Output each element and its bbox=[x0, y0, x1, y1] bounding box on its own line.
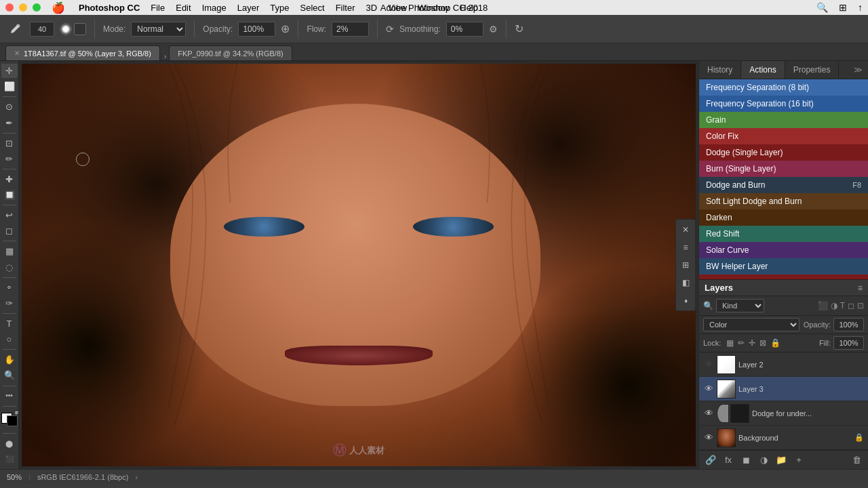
mini-palette-close[interactable]: ✕ bbox=[678, 222, 693, 237]
status-more-icon[interactable]: › bbox=[135, 473, 138, 481]
mini-palette-list[interactable]: ≡ bbox=[678, 240, 693, 255]
lasso-tool[interactable]: ⊙ bbox=[1, 100, 18, 114]
screen-mode-icon[interactable]: ⬛ bbox=[1, 452, 18, 466]
action-dodge-single[interactable]: Dodge (Single Layer) bbox=[699, 144, 868, 161]
gear-icon[interactable]: ⚙ bbox=[489, 24, 498, 35]
eraser-tool[interactable]: ◻ bbox=[1, 224, 18, 238]
action-freq-sep-16bit[interactable]: Frequency Separation (16 bit) bbox=[699, 96, 868, 112]
grid-icon[interactable]: ⊞ bbox=[839, 2, 847, 13]
menu-select[interactable]: Select bbox=[300, 3, 324, 13]
layers-mode-select[interactable]: Color Normal Multiply Screen Overlay Sof… bbox=[703, 318, 800, 331]
share-icon[interactable]: ↑ bbox=[858, 2, 863, 13]
tab-history[interactable]: History bbox=[699, 61, 741, 79]
close-button[interactable] bbox=[5, 3, 14, 12]
layer-link-icon[interactable]: 🔗 bbox=[703, 453, 718, 468]
menu-layer[interactable]: Layer bbox=[237, 3, 260, 13]
action-darken[interactable]: Darken bbox=[699, 209, 868, 226]
dodge-tool[interactable]: ⚬ bbox=[1, 281, 18, 295]
layer-row-bg[interactable]: 👁 Background 🔒 bbox=[699, 426, 868, 450]
menu-file[interactable]: File bbox=[151, 3, 165, 13]
fill-input[interactable] bbox=[833, 336, 864, 350]
mini-palette-grid[interactable]: ⊞ bbox=[678, 258, 693, 272]
quick-mask-icon[interactable]: ⬤ bbox=[1, 436, 18, 451]
brush-size-input[interactable] bbox=[30, 22, 54, 37]
mini-palette-adjust1[interactable]: ◧ bbox=[678, 275, 693, 290]
layer-row-2[interactable]: 👁 Layer 2 bbox=[699, 352, 868, 377]
flow-value[interactable]: 2% bbox=[332, 22, 369, 37]
action-burn-single[interactable]: Burn (Single Layer) bbox=[699, 161, 868, 177]
pen-path-tool[interactable]: ✑ bbox=[1, 296, 18, 310]
brush-type-soft[interactable] bbox=[60, 23, 72, 35]
airbrush-icon[interactable]: ⊕ bbox=[281, 22, 290, 35]
action-bw-helper[interactable]: BW Helper Layer bbox=[699, 258, 868, 274]
tab-active-document[interactable]: ✕ 1T8A1367.tif @ 50% (Layer 3, RGB/8) bbox=[5, 45, 160, 60]
layer-vis-icon-dodge[interactable]: 👁 bbox=[703, 408, 714, 419]
healing-tool[interactable]: ✚ bbox=[1, 172, 18, 186]
layer-vis-icon-2[interactable]: 👁 bbox=[703, 359, 714, 370]
filter-smart-icon[interactable]: ⊡ bbox=[857, 301, 864, 310]
filter-pixel-icon[interactable]: ⬛ bbox=[818, 301, 828, 310]
action-grain[interactable]: Grain bbox=[699, 112, 868, 128]
smoothing-value[interactable]: 0% bbox=[446, 22, 484, 37]
blur-tool[interactable]: ◌ bbox=[1, 260, 18, 274]
canvas-image[interactable]: Ⓜ 人人素材 bbox=[22, 64, 696, 466]
mini-palette-adjust2[interactable]: ⬧ bbox=[678, 293, 693, 308]
canvas-rotate-icon[interactable]: ↻ bbox=[515, 22, 524, 35]
menu-filter[interactable]: Filter bbox=[336, 3, 355, 13]
layer-vis-icon-3[interactable]: 👁 bbox=[703, 384, 714, 394]
lock-position-icon[interactable]: ✛ bbox=[749, 338, 755, 348]
search-icon[interactable]: 🔍 bbox=[816, 2, 828, 13]
menu-edit[interactable]: Edit bbox=[176, 3, 191, 13]
opacity-value[interactable]: 100% bbox=[238, 22, 275, 37]
action-oversaturation[interactable]: Oversaturation Mask bbox=[699, 274, 868, 279]
lock-transparent-icon[interactable]: ▦ bbox=[726, 338, 734, 348]
more-tools[interactable]: ••• bbox=[1, 388, 18, 403]
panel-more-icon[interactable]: ≫ bbox=[848, 61, 868, 79]
crop-tool[interactable]: ⊡ bbox=[1, 136, 18, 150]
move-tool[interactable]: ✛ bbox=[1, 64, 18, 78]
layers-kind-select[interactable]: Kind Name Effect Mode Attribute Color bbox=[716, 299, 764, 312]
eyedropper-tool[interactable]: ✏ bbox=[1, 152, 18, 166]
filter-adjust-icon[interactable]: ◑ bbox=[831, 301, 837, 310]
layer-row-dodge[interactable]: 👁 Dodge for under... bbox=[699, 401, 868, 426]
apple-menu[interactable]: 🍎 bbox=[52, 1, 65, 14]
layer-fx-icon[interactable]: fx bbox=[721, 453, 736, 468]
layer-adjustment-icon[interactable]: ◑ bbox=[756, 453, 771, 468]
brush-type-hard[interactable] bbox=[74, 23, 86, 35]
lock-all-icon[interactable]: 🔒 bbox=[770, 338, 781, 348]
maximize-button[interactable] bbox=[33, 3, 41, 12]
action-color-fix[interactable]: Color Fix bbox=[699, 128, 868, 144]
tab-close-icon[interactable]: ✕ bbox=[14, 49, 20, 57]
lock-artboard-icon[interactable]: ⊠ bbox=[760, 338, 766, 348]
background-color[interactable] bbox=[7, 415, 18, 426]
menu-3d[interactable]: 3D bbox=[366, 3, 378, 13]
action-soft-light-dodge-burn[interactable]: Soft Light Dodge and Burn bbox=[699, 193, 868, 209]
shape-tool[interactable]: ○ bbox=[1, 332, 18, 346]
filter-type-icon[interactable]: T bbox=[840, 301, 845, 310]
mode-select[interactable]: Normal Multiply Screen Overlay Soft Ligh… bbox=[131, 22, 186, 37]
menu-type[interactable]: Type bbox=[270, 3, 289, 13]
history-brush-tool[interactable]: ↩ bbox=[1, 208, 18, 222]
layer-row-3[interactable]: 👁 Layer 3 bbox=[699, 377, 868, 401]
minimize-button[interactable] bbox=[19, 3, 27, 12]
layers-menu-icon[interactable]: ≡ bbox=[858, 283, 863, 293]
layer-group-icon[interactable]: 📁 bbox=[774, 453, 789, 468]
type-tool[interactable]: T bbox=[1, 317, 18, 331]
action-red-shift[interactable]: Red Shift bbox=[699, 226, 868, 242]
tab-actions[interactable]: Actions bbox=[741, 61, 785, 79]
pen-tool-left[interactable]: ✒ bbox=[1, 115, 18, 129]
layers-opacity-input[interactable] bbox=[833, 318, 864, 331]
gradient-tool[interactable]: ▦ bbox=[1, 244, 18, 258]
clone-stamp-tool[interactable]: 🔲 bbox=[1, 188, 18, 202]
tab-secondary-document[interactable]: FKP_0990.tif @ 34.2% (RGB/8) bbox=[169, 45, 292, 60]
action-dodge-burn[interactable]: Dodge and Burn F8 bbox=[699, 177, 868, 193]
layer-delete-icon[interactable]: 🗑 bbox=[849, 453, 864, 468]
canvas-area[interactable]: Ⓜ 人人素材 ✕ ≡ ⊞ ◧ ⬧ bbox=[19, 61, 698, 469]
brush-tool-icon[interactable] bbox=[5, 20, 24, 39]
marquee-tool[interactable]: ⬜ bbox=[1, 79, 18, 94]
filter-shape-icon[interactable]: ◻ bbox=[848, 301, 854, 310]
layer-vis-icon-bg[interactable]: 👁 bbox=[703, 432, 714, 443]
layer-mask-add-icon[interactable]: ◼ bbox=[738, 453, 753, 468]
layer-new-icon[interactable]: + bbox=[791, 453, 806, 468]
action-freq-sep-8bit[interactable]: Frequency Separation (8 bit) bbox=[699, 79, 868, 96]
